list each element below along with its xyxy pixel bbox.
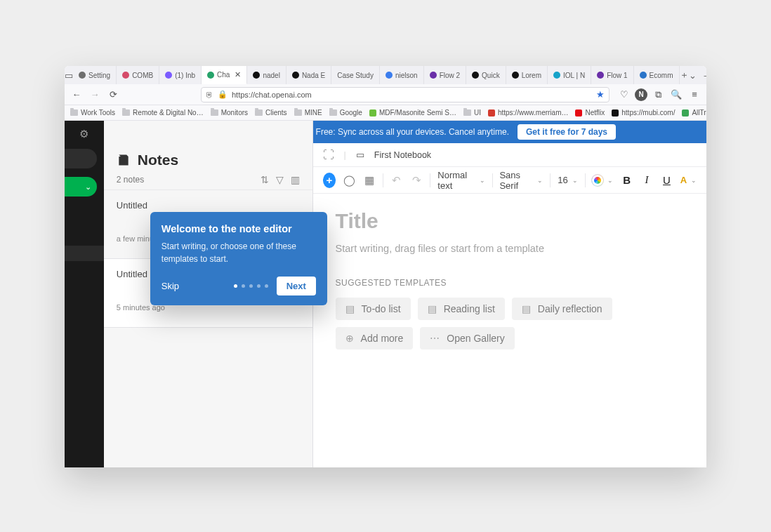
- new-tab-button[interactable]: ＋: [680, 66, 689, 84]
- text-style-select[interactable]: Normal text⌄: [437, 170, 485, 191]
- task-icon[interactable]: ◯: [343, 173, 355, 188]
- bookmark-item[interactable]: https://mubi.com/: [612, 109, 675, 117]
- tab-label: Flow 1: [607, 72, 627, 79]
- bookmark-item[interactable]: Remote & Digital No…: [122, 109, 204, 117]
- bookmark-item[interactable]: Clients: [255, 109, 287, 117]
- sort-icon[interactable]: ⇅: [261, 174, 269, 185]
- editor-panel: ⛶ | ▭ First Notebook + ◯ ▦ ↶ ↷ Normal te…: [313, 121, 706, 467]
- promo-cta-button[interactable]: Get it free for 7 days: [518, 124, 616, 140]
- browser-tab[interactable]: Flow 1: [591, 66, 633, 84]
- back-button[interactable]: ←: [69, 87, 84, 102]
- title-placeholder[interactable]: Title: [336, 209, 684, 233]
- template-button[interactable]: ⊕Add more: [336, 327, 414, 350]
- template-label: Reading list: [444, 303, 495, 314]
- browser-tab[interactable]: Flow 2: [424, 66, 466, 84]
- bookmark-item[interactable]: https://www.merriam…: [488, 109, 569, 117]
- bookmark-item[interactable]: Google: [329, 109, 362, 117]
- bookmark-label: https://mubi.com/: [621, 109, 675, 117]
- browser-tab[interactable]: Lorem: [506, 66, 548, 84]
- tab-favicon: [253, 72, 260, 79]
- browser-tab[interactable]: Case Study: [331, 66, 380, 84]
- font-size-select[interactable]: 16⌄: [558, 175, 577, 185]
- bookmark-label: Clients: [265, 109, 287, 117]
- browser-tab[interactable]: nielson: [380, 66, 424, 84]
- undo-button[interactable]: ↶: [390, 173, 403, 188]
- account-icon[interactable]: N: [635, 88, 647, 101]
- bookmark-item[interactable]: MINE: [294, 109, 322, 117]
- template-label: To-do list: [362, 303, 401, 314]
- filter-icon[interactable]: ▽: [276, 174, 284, 185]
- notes-title: Notes: [138, 152, 178, 168]
- bookmark-star-icon[interactable]: ★: [596, 89, 605, 100]
- color-swatch-icon: [592, 175, 603, 186]
- search-icon[interactable]: 🔍: [668, 87, 684, 102]
- highlight-button[interactable]: A⌄: [680, 175, 697, 185]
- tab-favicon: [430, 72, 437, 79]
- template-button[interactable]: ▤Reading list: [418, 298, 505, 320]
- bookmark-item[interactable]: UI: [463, 109, 481, 117]
- insert-button[interactable]: +: [323, 173, 336, 188]
- italic-button[interactable]: I: [640, 173, 653, 188]
- bookmark-label: UI: [474, 109, 481, 117]
- url-box[interactable]: ⛨ 🔒 https://chat.openai.com ★: [201, 87, 609, 102]
- view-toggle-icon[interactable]: ▥: [291, 174, 300, 185]
- recent-tabs-icon[interactable]: ▭: [65, 66, 73, 84]
- browser-tab[interactable]: Nada E: [286, 66, 331, 84]
- browser-tab[interactable]: Cha✕: [202, 66, 247, 84]
- new-note-button[interactable]: ⌄: [65, 177, 97, 197]
- notebook-name[interactable]: First Notebook: [374, 150, 431, 160]
- rail-item[interactable]: [65, 246, 104, 261]
- rail-search-button[interactable]: [65, 149, 97, 168]
- bookmark-item[interactable]: MDF/Masonite Semi S…: [369, 109, 456, 117]
- tab-label: Cha: [217, 71, 230, 79]
- next-button[interactable]: Next: [277, 277, 316, 295]
- reload-button[interactable]: ⟳: [105, 87, 121, 102]
- browser-tab[interactable]: Setting: [73, 66, 117, 84]
- bookmark-label: MINE: [305, 109, 322, 117]
- redo-button[interactable]: ↷: [410, 173, 423, 188]
- template-button[interactable]: ⋯Open Gallery: [420, 327, 514, 350]
- browser-tab[interactable]: (1) Inb: [159, 66, 202, 84]
- tab-favicon: [207, 72, 214, 79]
- folder-icon: [294, 109, 302, 116]
- bookmark-item[interactable]: Netflix: [575, 109, 605, 117]
- browser-tab[interactable]: Quick: [466, 66, 506, 84]
- folder-icon: [255, 109, 263, 116]
- bookmark-item[interactable]: Monitors: [211, 109, 248, 117]
- calendar-icon[interactable]: ▦: [362, 173, 375, 188]
- tab-label: IOL | N: [563, 72, 585, 79]
- browser-tab[interactable]: IOL | N: [548, 66, 591, 84]
- minimize-button[interactable]: —: [697, 66, 707, 84]
- save-pocket-icon[interactable]: ♡: [617, 87, 632, 102]
- font-select[interactable]: Sans Serif⌄: [499, 170, 543, 191]
- template-button[interactable]: ▤To-do list: [336, 298, 411, 320]
- tab-favicon: [386, 72, 393, 79]
- body-placeholder[interactable]: Start writing, drag files or start from …: [336, 243, 684, 254]
- browser-tab[interactable]: Ecomm: [634, 66, 680, 84]
- template-icon: ▤: [345, 303, 355, 314]
- extensions-icon[interactable]: ⧉: [650, 87, 666, 102]
- expand-icon[interactable]: ⛶: [323, 149, 334, 161]
- tabs-overflow-button[interactable]: ⌄: [689, 66, 697, 84]
- favicon-icon: [575, 109, 582, 117]
- forward-button[interactable]: →: [87, 87, 103, 102]
- tab-favicon: [122, 72, 129, 79]
- tab-label: Nada E: [302, 72, 325, 79]
- app-menu-button[interactable]: ≡: [687, 87, 702, 102]
- browser-window: ▭ SettingCOMB(1) InbCha✕nadelNada ECase …: [65, 66, 706, 467]
- url-text: https://chat.openai.com: [232, 91, 312, 99]
- bookmark-item[interactable]: AllTrails map legend – …: [682, 109, 706, 117]
- text-color-button[interactable]: ⌄: [592, 175, 613, 186]
- skip-button[interactable]: Skip: [162, 281, 179, 291]
- settings-gear-icon[interactable]: ⚙: [65, 121, 104, 140]
- underline-button[interactable]: U: [660, 173, 673, 188]
- template-button[interactable]: ▤Daily reflection: [512, 298, 612, 320]
- document-area[interactable]: Title Start writing, drag files or start…: [313, 194, 706, 365]
- close-tab-icon[interactable]: ✕: [235, 70, 241, 79]
- bold-button[interactable]: B: [620, 173, 633, 188]
- browser-tab[interactable]: nadel: [247, 66, 286, 84]
- browser-tab[interactable]: COMB: [117, 66, 159, 84]
- bookmark-item[interactable]: Work Tools: [70, 109, 115, 117]
- step-dots: [234, 284, 268, 288]
- notes-sub: 2 notes ⇅ ▽ ▥: [104, 170, 312, 189]
